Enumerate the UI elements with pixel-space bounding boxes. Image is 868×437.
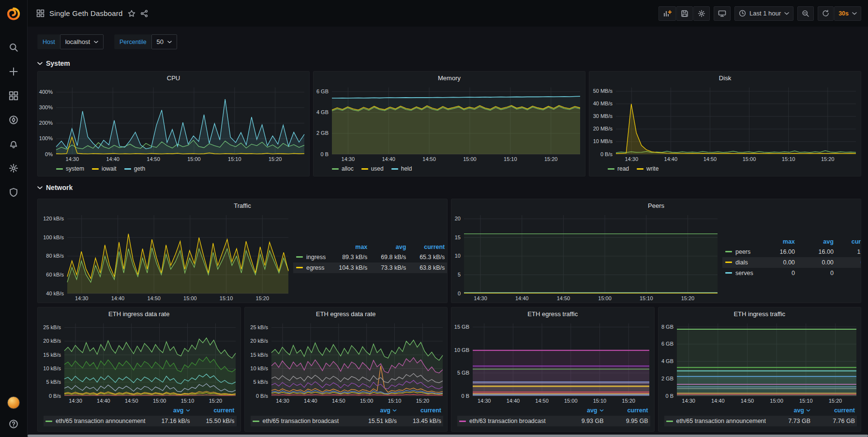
chart-svg[interactable]: 0 B/s10 MB/s20 MB/s30 MB/s40 MB/s50 MB/s…	[589, 85, 861, 163]
series-write	[616, 104, 856, 154]
legend-item-eth/65 transaction announcement[interactable]: eth/65 transaction announcement	[664, 416, 766, 426]
legend-value: 16.00	[837, 247, 861, 257]
panel-body-eth-egress-traffic: 0 B5 GB10 GB15 GB14:3014:4014:5015:0015:…	[451, 320, 654, 405]
legend-sort-current[interactable]: current	[399, 406, 443, 416]
panel-title-eth-egress-traffic[interactable]: ETH egress traffic	[451, 307, 654, 320]
svg-text:2 GB: 2 GB	[316, 130, 329, 136]
chart-eth-egress-traffic[interactable]: 0 B5 GB10 GB15 GB14:3014:4014:5015:0015:…	[451, 320, 654, 405]
panel-title-memory[interactable]: Memory	[314, 72, 585, 85]
zoom-out-button[interactable]	[797, 6, 814, 21]
legend-sort-current[interactable]: current	[192, 406, 237, 416]
legend-item-system[interactable]: system	[56, 165, 84, 172]
legend-value: 0	[756, 268, 798, 278]
panel-title-cpu[interactable]: CPU	[38, 72, 309, 85]
chart-svg[interactable]: 0 B2 GB4 GB6 GB8 GB14:3014:4014:5015:001…	[658, 320, 861, 405]
server-admin-shield-icon[interactable]	[5, 186, 22, 199]
refresh-button[interactable]	[818, 6, 834, 21]
panel-title-disk[interactable]: Disk	[589, 72, 861, 85]
panel-body-cpu: 0%100%200%300%400%14:3014:4014:5015:0015…	[38, 85, 309, 163]
legend-sort-max[interactable]: max	[329, 242, 370, 252]
search-icon[interactable]	[5, 41, 22, 54]
chart-svg[interactable]: 0 B5 GB10 GB15 GB14:3014:4014:5015:0015:…	[451, 320, 654, 405]
create-plus-icon[interactable]	[5, 65, 22, 78]
horizontal-scrollbar[interactable]	[28, 435, 868, 437]
svg-text:0 B: 0 B	[320, 151, 329, 157]
percentile-variable-label: Percentile	[114, 34, 151, 49]
panel-title-peers[interactable]: Peers	[451, 199, 861, 212]
percentile-variable-value[interactable]: 50	[151, 34, 177, 49]
panel-body-peers: 0510152014:3014:4014:5015:0015:1015:20ma…	[451, 212, 861, 303]
legend-item-eth/63 transaction broadcast[interactable]: eth/63 transaction broadcast	[457, 416, 559, 426]
legend-item-ingress[interactable]: ingress	[293, 252, 329, 262]
legend-item-geth[interactable]: geth	[124, 165, 145, 172]
legend-table: avgcurrenteth/65 transaction announcemen…	[664, 406, 857, 426]
legend-sort-current[interactable]: current	[837, 237, 861, 247]
alerting-bell-icon[interactable]	[5, 138, 22, 150]
svg-text:0 B: 0 B	[461, 393, 469, 399]
legend-sort-avg[interactable]: avg	[352, 406, 399, 416]
legend-item-peers[interactable]: peers	[722, 247, 756, 257]
chart-eth-ingress-rate[interactable]: 0 B/s5 kB/s10 kB/s15 kB/s20 kB/s25 kB/s1…	[38, 320, 240, 405]
grafana-logo[interactable]	[0, 0, 28, 28]
chart-svg[interactable]: 0 B/s5 kB/s10 kB/s15 kB/s20 kB/s25 kB/s1…	[245, 320, 448, 405]
dashboards-icon[interactable]	[5, 89, 22, 102]
explore-compass-icon[interactable]	[5, 114, 22, 126]
chart-memory[interactable]: 0 B2 GB4 GB6 GB14:3014:4014:5015:0015:10…	[314, 85, 585, 163]
section-header-network[interactable]: Network	[37, 181, 861, 194]
legend-sort-current[interactable]: current	[409, 242, 448, 252]
chart-peers[interactable]: 0510152014:3014:4014:5015:0015:1015:20	[451, 212, 722, 303]
legend-item-held[interactable]: held	[391, 165, 412, 172]
user-avatar[interactable]	[7, 396, 20, 409]
svg-text:14:50: 14:50	[332, 398, 345, 404]
chart-svg[interactable]: 0%100%200%300%400%14:3014:4014:5015:0015…	[38, 85, 309, 163]
panel-title-eth-ingress-rate[interactable]: ETH ingress data rate	[38, 307, 240, 320]
legend-item-alloc[interactable]: alloc	[332, 165, 354, 172]
share-icon[interactable]	[140, 10, 148, 17]
save-dashboard-button[interactable]	[676, 6, 693, 21]
legend-sort-avg[interactable]: avg	[370, 242, 409, 252]
chart-traffic[interactable]: 40 kB/s60 kB/s80 kB/s100 kB/s120 kB/s14:…	[38, 212, 293, 303]
host-variable-value[interactable]: localhost	[60, 34, 104, 49]
time-range-picker[interactable]: Last 1 hour	[734, 6, 793, 21]
chart-disk[interactable]: 0 B/s10 MB/s20 MB/s30 MB/s40 MB/s50 MB/s…	[589, 85, 861, 163]
legend-sort-avg[interactable]: avg	[559, 406, 606, 416]
panel-title-eth-ingress-traffic[interactable]: ETH ingress traffic	[658, 307, 861, 320]
chart-cpu[interactable]: 0%100%200%300%400%14:3014:4014:5015:0015…	[38, 85, 309, 163]
legend-item-eth/65 transaction broadcast[interactable]: eth/65 transaction broadcast	[251, 416, 353, 426]
cycle-view-mode-button[interactable]	[714, 6, 731, 21]
legend-sort-max[interactable]: max	[756, 237, 798, 247]
chart-eth-egress-rate[interactable]: 0 B/s5 kB/s10 kB/s15 kB/s20 kB/s25 kB/s1…	[245, 320, 448, 405]
legend-sort-current[interactable]: current	[606, 406, 650, 416]
legend-item-write[interactable]: write	[637, 165, 658, 172]
legend-sort-avg[interactable]: avg	[766, 406, 812, 416]
svg-text:300%: 300%	[39, 104, 53, 110]
chart-svg[interactable]: 0 B2 GB4 GB6 GB14:3014:4014:5015:0015:10…	[314, 85, 585, 163]
dashboard-settings-button[interactable]	[693, 6, 710, 21]
chart-svg[interactable]: 0 B/s5 kB/s10 kB/s15 kB/s20 kB/s25 kB/s1…	[38, 320, 240, 405]
legend-item-used[interactable]: used	[361, 165, 384, 172]
section-header-system[interactable]: System	[37, 57, 861, 70]
panel-title-eth-egress-rate[interactable]: ETH egress data rate	[245, 307, 448, 320]
svg-text:14:50: 14:50	[147, 295, 161, 301]
legend-sort-avg[interactable]: avg	[146, 406, 192, 416]
add-panel-button[interactable]	[658, 6, 676, 21]
dashboard-title[interactable]: Single Geth Dasboard	[49, 9, 123, 17]
legend-item-dials[interactable]: dials	[722, 257, 756, 268]
star-icon[interactable]	[128, 10, 135, 17]
legend-item-iowait[interactable]: iowait	[92, 165, 117, 172]
legend-item-eth/65 transaction announcement[interactable]: eth/65 transaction announcement	[44, 416, 146, 426]
legend-item-read[interactable]: read	[608, 165, 629, 172]
help-icon[interactable]	[5, 418, 22, 430]
refresh-interval-dropdown[interactable]: 30s	[834, 6, 861, 21]
legend-sort-avg[interactable]: avg	[798, 237, 837, 247]
svg-text:60 kB/s: 60 kB/s	[46, 272, 64, 277]
legend-eth-ingress-rate: avgcurrenteth/65 transaction announcemen…	[38, 405, 240, 431]
legend-item-serves[interactable]: serves	[722, 268, 756, 278]
chart-eth-ingress-traffic[interactable]: 0 B2 GB4 GB6 GB8 GB14:3014:4014:5015:001…	[658, 320, 861, 405]
legend-item-egress[interactable]: egress	[293, 262, 329, 273]
chart-svg[interactable]: 40 kB/s60 kB/s80 kB/s100 kB/s120 kB/s14:…	[38, 212, 293, 303]
panel-title-traffic[interactable]: Traffic	[38, 199, 447, 212]
chart-svg[interactable]: 0510152014:3014:4014:5015:0015:1015:20	[451, 212, 722, 303]
configuration-gear-icon[interactable]	[5, 162, 22, 175]
legend-sort-current[interactable]: current	[812, 406, 857, 416]
